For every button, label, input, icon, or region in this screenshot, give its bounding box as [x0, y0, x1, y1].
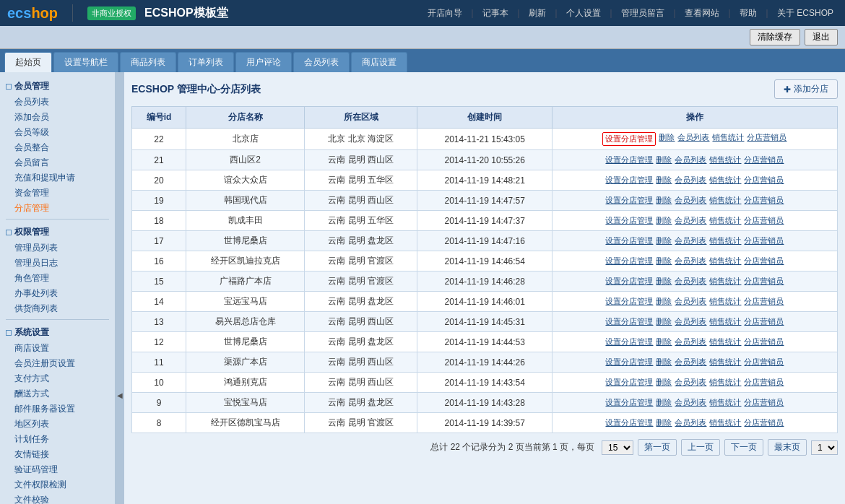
manage-link-6[interactable]: 设置分店管理 [605, 256, 653, 266]
member-list-link-3[interactable]: 会员列表 [675, 195, 706, 206]
delete-link-13[interactable]: 删除 [656, 397, 672, 408]
manage-link-8[interactable]: 设置分店管理 [605, 296, 653, 307]
manage-link-3[interactable]: 设置分店管理 [605, 195, 653, 206]
member-list-link-10[interactable]: 会员列表 [675, 336, 706, 347]
member-list-link-11[interactable]: 会员列表 [675, 357, 706, 368]
delete-link-5[interactable]: 删除 [656, 235, 672, 246]
nav-personal-settings[interactable]: 个人设置 [562, 7, 605, 19]
delete-link-2[interactable]: 删除 [656, 175, 672, 186]
sales-stat-link-9[interactable]: 销售统计 [709, 316, 741, 327]
sidebar-item-0-2[interactable]: 会员等级 [0, 125, 115, 140]
delete-link-1[interactable]: 删除 [656, 155, 672, 165]
sales-staff-link-14[interactable]: 分店营销员 [744, 417, 784, 428]
sidebar-item-0-3[interactable]: 会员整合 [0, 140, 115, 155]
sales-staff-link-3[interactable]: 分店营销员 [744, 195, 784, 206]
manage-link-5[interactable]: 设置分店管理 [605, 235, 653, 246]
nav-tab-1[interactable]: 设置导航栏 [53, 52, 118, 72]
sales-staff-link-5[interactable]: 分店营销员 [744, 235, 784, 246]
add-branch-button[interactable]: ✚ 添加分店 [774, 79, 838, 99]
sales-stat-link-13[interactable]: 销售统计 [709, 397, 741, 408]
sidebar-item-2-4[interactable]: 邮件服务器设置 [0, 401, 115, 417]
sidebar-item-1-2[interactable]: 角色管理 [0, 271, 115, 286]
sidebar-item-2-9[interactable]: 文件权限检测 [0, 477, 115, 492]
manage-link-14[interactable]: 设置分店管理 [605, 417, 653, 428]
sales-stat-link-6[interactable]: 销售统计 [709, 256, 741, 266]
sidebar-item-2-2[interactable]: 支付方式 [0, 371, 115, 386]
sidebar-item-1-3[interactable]: 办事处列表 [0, 286, 115, 301]
member-list-link-8[interactable]: 会员列表 [675, 296, 706, 307]
sales-staff-link-8[interactable]: 分店营销员 [744, 296, 784, 307]
delete-link-0[interactable]: 删除 [659, 132, 675, 146]
sales-staff-link-6[interactable]: 分店营销员 [744, 256, 784, 266]
delete-link-9[interactable]: 删除 [656, 316, 672, 327]
sales-stat-link-0[interactable]: 销售统计 [712, 132, 744, 146]
sales-staff-link-10[interactable]: 分店营销员 [744, 336, 784, 347]
member-list-link-14[interactable]: 会员列表 [675, 417, 706, 428]
nav-tab-4[interactable]: 用户评论 [235, 52, 292, 72]
nav-admin-message[interactable]: 管理员留言 [617, 7, 669, 19]
next-page-button[interactable]: 下一页 [724, 439, 763, 456]
delete-link-3[interactable]: 删除 [656, 195, 672, 206]
sidebar-item-2-8[interactable]: 验证码管理 [0, 462, 115, 477]
member-list-link-4[interactable]: 会员列表 [675, 215, 706, 226]
sidebar-section-0[interactable]: 会员管理 [0, 77, 115, 95]
sidebar-item-2-1[interactable]: 会员注册页设置 [0, 356, 115, 371]
sales-stat-link-11[interactable]: 销售统计 [709, 357, 741, 368]
nav-about[interactable]: 关于 ECSHOP [773, 7, 838, 19]
sidebar-section-2[interactable]: 系统设置 [0, 323, 115, 341]
sales-stat-link-8[interactable]: 销售统计 [709, 296, 741, 307]
sales-stat-link-1[interactable]: 销售统计 [709, 155, 741, 165]
sales-stat-link-14[interactable]: 销售统计 [709, 417, 741, 428]
sidebar-item-1-0[interactable]: 管理员列表 [0, 240, 115, 256]
sidebar-item-2-3[interactable]: 酬送方式 [0, 386, 115, 401]
delete-link-6[interactable]: 删除 [656, 256, 672, 266]
sidebar-section-1[interactable]: 权限管理 [0, 222, 115, 240]
sales-stat-link-7[interactable]: 销售统计 [709, 276, 741, 287]
sales-stat-link-12[interactable]: 销售统计 [709, 377, 741, 388]
manage-link-11[interactable]: 设置分店管理 [605, 357, 653, 368]
per-page-select[interactable]: 15 20 30 [602, 440, 633, 455]
manage-link-4[interactable]: 设置分店管理 [605, 215, 653, 226]
sales-staff-link-4[interactable]: 分店营销员 [744, 215, 784, 226]
sales-staff-link-9[interactable]: 分店营销员 [744, 316, 784, 327]
nav-tab-3[interactable]: 订单列表 [178, 52, 234, 72]
sidebar-item-0-7[interactable]: 分店管理 [0, 201, 115, 216]
first-page-button[interactable]: 第一页 [638, 439, 677, 456]
member-list-link-13[interactable]: 会员列表 [675, 397, 706, 408]
nav-help[interactable]: 帮助 [735, 7, 761, 19]
sales-staff-link-13[interactable]: 分店营销员 [744, 397, 784, 408]
delete-link-11[interactable]: 删除 [656, 357, 672, 368]
manage-link-12[interactable]: 设置分店管理 [605, 377, 653, 388]
delete-link-4[interactable]: 删除 [656, 215, 672, 226]
nav-open-guide[interactable]: 开店向导 [423, 7, 467, 19]
sales-stat-link-2[interactable]: 销售统计 [709, 175, 741, 186]
sales-staff-link-11[interactable]: 分店营销员 [744, 357, 784, 368]
sidebar-item-2-0[interactable]: 商店设置 [0, 341, 115, 356]
nav-tab-5[interactable]: 会员列表 [293, 52, 350, 72]
nav-tab-0[interactable]: 起始页 [4, 52, 52, 72]
member-list-link-12[interactable]: 会员列表 [675, 377, 706, 388]
sales-stat-link-3[interactable]: 销售统计 [709, 195, 741, 206]
manage-link-9[interactable]: 设置分店管理 [605, 316, 653, 327]
member-list-link-6[interactable]: 会员列表 [675, 256, 706, 266]
sales-staff-link-0[interactable]: 分店营销员 [747, 132, 786, 146]
delete-link-14[interactable]: 删除 [656, 417, 672, 428]
manage-link-10[interactable]: 设置分店管理 [605, 336, 653, 347]
nav-refresh[interactable]: 刷新 [524, 7, 550, 19]
sales-staff-link-1[interactable]: 分店营销员 [744, 155, 784, 165]
nav-notebook[interactable]: 记事本 [478, 7, 513, 19]
sales-staff-link-12[interactable]: 分店营销员 [744, 377, 784, 388]
member-list-link-7[interactable]: 会员列表 [675, 276, 706, 287]
delete-link-8[interactable]: 删除 [656, 296, 672, 307]
sidebar-item-0-6[interactable]: 资金管理 [0, 186, 115, 201]
prev-page-button[interactable]: 上一页 [681, 439, 720, 456]
sidebar-item-0-1[interactable]: 添加会员 [0, 110, 115, 125]
sidebar-collapse-button[interactable]: ◀ [116, 72, 124, 504]
manage-link-13[interactable]: 设置分店管理 [605, 397, 653, 408]
sidebar-item-2-5[interactable]: 地区列表 [0, 417, 115, 432]
nav-view-site[interactable]: 查看网站 [680, 7, 724, 19]
delete-link-7[interactable]: 删除 [656, 276, 672, 287]
sales-staff-link-7[interactable]: 分店营销员 [744, 276, 784, 287]
clear-cache-button[interactable]: 清除缓存 [750, 29, 800, 45]
manage-link-0[interactable]: 设置分店管理 [602, 132, 656, 146]
